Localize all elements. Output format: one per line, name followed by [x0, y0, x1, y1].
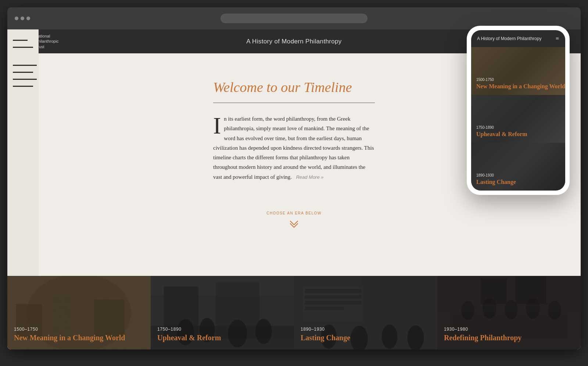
mobile-era-date-2: 1750-1890	[476, 125, 527, 129]
welcome-divider	[213, 103, 375, 103]
welcome-title: Welcome to our Timeline	[213, 79, 375, 95]
browser-frame: National Philanthropic Trust A History o…	[7, 7, 581, 349]
era-1750-name: Upheaval & Reform	[157, 333, 287, 342]
era-card-1930[interactable]: 1930–1980 Redefining Philanthropy	[437, 276, 581, 349]
era-1890-date: 1890–1930	[301, 327, 431, 332]
era-card-1500[interactable]: 1500–1750 New Meaning in a Changing Worl…	[7, 276, 151, 349]
cta-section: CHOOSE AN ERA BELOW	[266, 211, 322, 237]
mobile-era-name-2: Upheaval & Reform	[476, 131, 527, 138]
era-1890-content: 1890–1930 Lasting Change	[301, 327, 431, 342]
logo-text: National Philanthropic Trust	[35, 33, 59, 49]
nav-title: A History of Modern Philanthropy	[246, 38, 341, 45]
scroll-down-icon[interactable]	[266, 220, 322, 230]
page-wrapper: National Philanthropic Trust A History o…	[0, 0, 588, 366]
dot-red	[15, 17, 18, 20]
sidebar-line-5	[13, 79, 37, 80]
era-1500-name: New Meaning in a Changing World	[14, 333, 144, 342]
dot-yellow	[21, 17, 24, 20]
mobile-era-date-3: 1890-1930	[476, 173, 516, 177]
era-1890-name: Lasting Change	[301, 333, 431, 342]
mobile-era-card-2[interactable]: 1750-1890 Upheaval & Reform	[471, 95, 565, 143]
era-1930-content: 1930–1980 Redefining Philanthropy	[444, 327, 574, 342]
welcome-body: I n its earliest form, the word philanth…	[213, 114, 375, 182]
era-1750-date: 1750–1890	[157, 327, 287, 332]
main-content-wrapper: National Philanthropic Trust A History o…	[7, 29, 581, 349]
era-card-1890[interactable]: 1890–1930 Lasting Change	[294, 276, 437, 349]
mobile-era-name-3: Lasting Change	[476, 178, 516, 185]
mobile-era-text-3: 1890-1930 Lasting Change	[476, 173, 516, 185]
mobile-era-text-1: 1500-1750 New Meaning in a Changing Worl…	[476, 78, 565, 90]
read-more-link[interactable]: Read More »	[296, 174, 323, 180]
mobile-menu-icon[interactable]: ≡	[556, 35, 559, 42]
mobile-header: A History of Modern Philanthropy ≡	[471, 30, 565, 47]
timeline-strip: 1500–1750 New Meaning in a Changing Worl…	[7, 276, 581, 349]
era-1930-date: 1930–1980	[444, 327, 574, 332]
mobile-app-title: A History of Modern Philanthropy	[477, 36, 541, 41]
sidebar-line-2	[13, 47, 33, 48]
drop-cap: I	[213, 114, 224, 135]
era-1930-name: Redefining Philanthropy	[444, 333, 574, 342]
sidebar-line-4	[13, 72, 33, 73]
browser-dots	[15, 17, 30, 20]
mobile-inner: A History of Modern Philanthropy ≡ 1500-…	[471, 30, 565, 191]
address-bar[interactable]	[220, 14, 368, 23]
sidebar-line-3	[13, 65, 37, 66]
welcome-section: Welcome to our Timeline I n its earliest…	[198, 72, 390, 196]
era-1500-content: 1500–1750 New Meaning in a Changing Worl…	[14, 327, 144, 342]
sidebar-line-6	[13, 86, 33, 87]
dot-green	[26, 17, 30, 20]
era-1500-date: 1500–1750	[14, 327, 144, 332]
mobile-era-card-1[interactable]: 1500-1750 New Meaning in a Changing Worl…	[471, 47, 565, 95]
mobile-mockup: A History of Modern Philanthropy ≡ 1500-…	[467, 26, 570, 195]
mobile-era-name-1: New Meaning in a Changing World	[476, 83, 565, 90]
welcome-text: n its earliest form, the word philanthro…	[213, 116, 374, 180]
mobile-era-date-1: 1500-1750	[476, 78, 565, 82]
era-1750-content: 1750–1890 Upheaval & Reform	[157, 327, 287, 342]
mobile-era-card-3[interactable]: 1890-1930 Lasting Change	[471, 143, 565, 191]
era-card-1750[interactable]: 1750–1890 Upheaval & Reform	[151, 276, 294, 349]
choose-era-label: CHOOSE AN ERA BELOW	[266, 211, 322, 215]
sidebar-line-1	[13, 40, 28, 41]
mobile-era-text-2: 1750-1890 Upheaval & Reform	[476, 125, 527, 138]
